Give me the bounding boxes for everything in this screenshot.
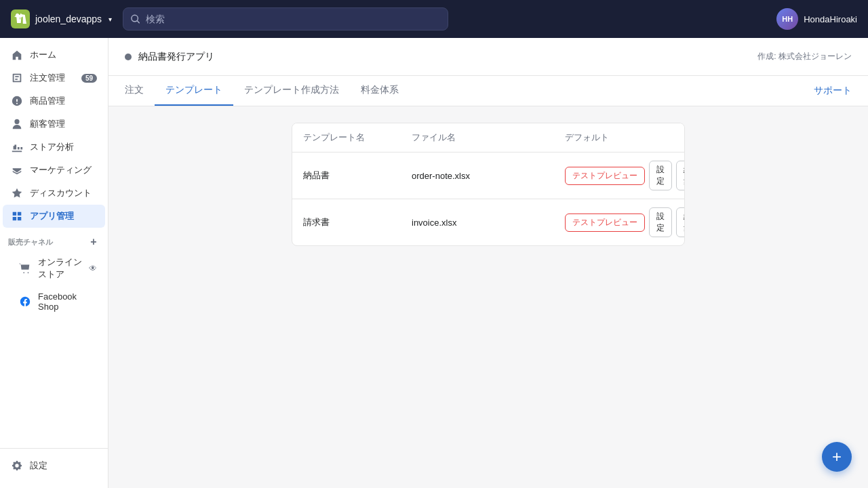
file-name-cell: order-note.xlsx <box>412 171 565 181</box>
sidebar-item-online-store[interactable]: オンラインストア 👁 <box>3 251 105 286</box>
sidebar: ホーム 注文管理 59 商品管理 顧客管理 ストア分析 マーケティング ディスカ… <box>0 38 108 488</box>
edit-button-1[interactable]: 編集 <box>676 161 685 190</box>
sidebar-item-settings[interactable]: 設定 <box>3 454 105 477</box>
app-header-left: 納品書発行アプリ <box>125 51 214 63</box>
customers-icon <box>11 118 23 130</box>
template-name-cell-2: 請求書 <box>303 216 412 228</box>
tab-bar: 注文 テンプレート テンプレート作成方法 料金体系 サポート <box>108 76 868 106</box>
svg-rect-0 <box>11 9 30 28</box>
test-preview-button-2[interactable]: テストプレビュー <box>565 214 645 232</box>
support-link[interactable]: サポート <box>814 85 852 97</box>
home-icon <box>11 49 23 61</box>
templates-table: テンプレート名 ファイル名 デフォルト 納品書 order-note.xlsx … <box>292 123 685 246</box>
sidebar-item-analytics[interactable]: ストア分析 <box>3 136 105 159</box>
sidebar-label-analytics: ストア分析 <box>30 141 74 153</box>
col-template-name: テンプレート名 <box>303 131 412 144</box>
app-header: 納品書発行アプリ 作成: 株式会社ジョーレン <box>108 38 868 76</box>
user-name: HondaHiroaki <box>804 14 857 24</box>
add-sales-channel-button[interactable]: + <box>87 236 100 248</box>
table-container: テンプレート名 ファイル名 デフォルト 納品書 order-note.xlsx … <box>108 106 868 488</box>
sidebar-item-facebook-shop[interactable]: Facebook Shop <box>3 286 105 317</box>
sales-channels-label: 販売チャネル <box>8 237 53 247</box>
sidebar-bottom: 設定 <box>0 448 108 483</box>
search-icon <box>130 14 140 24</box>
sidebar-label-marketing: マーケティング <box>30 164 92 176</box>
sidebar-item-home[interactable]: ホーム <box>3 43 105 66</box>
app-status-indicator <box>125 54 132 60</box>
table-header: テンプレート名 ファイル名 デフォルト <box>292 123 684 152</box>
settings-button-1[interactable]: 設定 <box>649 161 672 190</box>
search-bar[interactable] <box>123 7 448 30</box>
shopify-logo-icon <box>11 9 30 28</box>
online-store-icon <box>19 262 31 274</box>
table-row: 納品書 order-note.xlsx テストプレビュー 設定 編集 <box>292 152 684 199</box>
table-row: 請求書 invoice.xlsx テストプレビュー 設定 編集 <box>292 199 684 245</box>
template-name-cell: 納品書 <box>303 169 412 182</box>
products-icon <box>11 95 23 107</box>
settings-icon <box>11 460 23 472</box>
sidebar-label-discounts: ディスカウント <box>30 187 92 199</box>
sales-channels-section: 販売チャネル + <box>0 228 108 251</box>
sidebar-label-customers: 顧客管理 <box>30 118 65 130</box>
user-menu[interactable]: HH HondaHiroaki <box>776 8 857 30</box>
main-layout: ホーム 注文管理 59 商品管理 顧客管理 ストア分析 マーケティング ディスカ… <box>0 38 868 488</box>
col-default: デフォルト <box>565 131 673 144</box>
analytics-icon <box>11 141 23 153</box>
tab-pricing[interactable]: 料金体系 <box>350 76 410 106</box>
sidebar-item-marketing[interactable]: マーケティング <box>3 159 105 182</box>
marketing-icon <box>11 164 23 176</box>
top-navigation: joolen_devapps ▾ HH HondaHiroaki <box>0 0 868 38</box>
sidebar-label-apps: アプリ管理 <box>30 210 74 222</box>
table-actions-2: テストプレビュー 設定 編集 <box>565 207 673 237</box>
tab-orders[interactable]: 注文 <box>125 76 155 106</box>
sidebar-label-products: 商品管理 <box>30 95 65 107</box>
orders-icon <box>11 72 23 84</box>
store-dropdown-icon: ▾ <box>108 16 112 23</box>
sidebar-label-online-store: オンラインストア <box>38 256 82 281</box>
test-preview-button-1[interactable]: テストプレビュー <box>565 167 645 185</box>
add-fab-button[interactable]: + <box>822 442 852 472</box>
facebook-icon <box>19 296 31 308</box>
sidebar-label-facebook-shop: Facebook Shop <box>38 291 97 312</box>
sidebar-label-home: ホーム <box>30 49 56 61</box>
apps-icon <box>11 210 23 222</box>
content-area: 納品書発行アプリ 作成: 株式会社ジョーレン 注文 テンプレート テンプレート作… <box>108 38 868 488</box>
tab-how-to[interactable]: テンプレート作成方法 <box>233 76 350 106</box>
app-creator: 作成: 株式会社ジョーレン <box>757 51 852 62</box>
tab-templates[interactable]: テンプレート <box>155 76 233 106</box>
sidebar-label-orders: 注文管理 <box>30 72 65 84</box>
store-name: joolen_devapps <box>35 14 102 24</box>
orders-badge: 59 <box>81 74 97 83</box>
online-store-eye-icon[interactable]: 👁 <box>89 264 97 273</box>
sidebar-label-settings: 設定 <box>30 460 47 472</box>
sidebar-item-apps[interactable]: アプリ管理 <box>3 205 105 228</box>
edit-button-2[interactable]: 編集 <box>676 207 685 237</box>
avatar: HH <box>776 8 798 30</box>
sidebar-item-orders[interactable]: 注文管理 59 <box>3 66 105 89</box>
search-input[interactable] <box>146 14 441 24</box>
settings-button-2[interactable]: 設定 <box>649 207 672 237</box>
table-actions: テストプレビュー 設定 編集 <box>565 161 673 190</box>
file-name-cell-2: invoice.xlsx <box>412 218 565 228</box>
discounts-icon <box>11 187 23 199</box>
col-file-name: ファイル名 <box>412 131 565 144</box>
store-selector[interactable]: joolen_devapps ▾ <box>11 9 112 28</box>
app-title: 納品書発行アプリ <box>138 51 214 63</box>
sidebar-item-customers[interactable]: 顧客管理 <box>3 113 105 136</box>
sidebar-item-discounts[interactable]: ディスカウント <box>3 182 105 205</box>
sidebar-item-products[interactable]: 商品管理 <box>3 89 105 113</box>
